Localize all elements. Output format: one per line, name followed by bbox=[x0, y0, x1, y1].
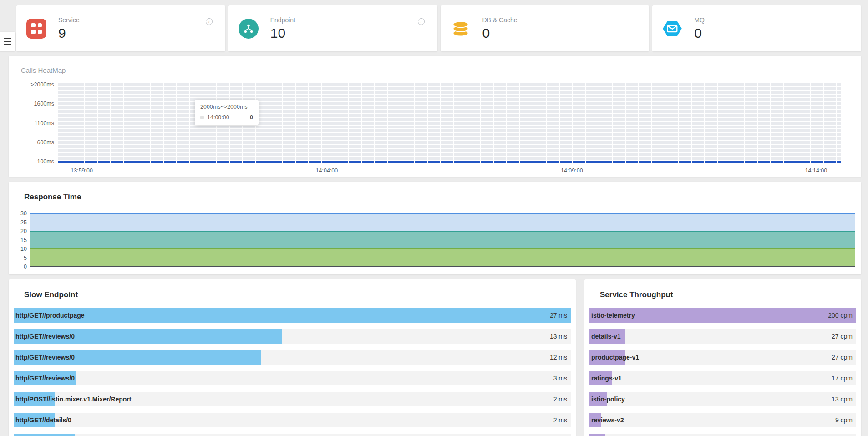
bar-row: http/GET//reviews/013 ms bbox=[14, 329, 571, 344]
bar-value: 12 ms bbox=[550, 354, 567, 361]
heatmap-row[interactable] bbox=[58, 145, 841, 148]
endpoint-share-icon bbox=[239, 19, 259, 39]
heatmap-row[interactable] bbox=[58, 157, 841, 160]
bar-value: 17 cpm bbox=[832, 375, 853, 382]
card-label: MQ bbox=[694, 17, 705, 23]
heatmap-row[interactable] bbox=[58, 126, 841, 129]
response-time-y-tick: 10 bbox=[9, 246, 27, 252]
hamburger-icon bbox=[4, 38, 11, 39]
bar-row: http/POST//istio.mixer.v1.Mixer/Report2 … bbox=[14, 392, 571, 406]
service-throughput-list: istio-telemetry200 cpmdetails-v127 cpmpr… bbox=[589, 308, 856, 436]
heatmap-row[interactable] bbox=[58, 153, 841, 156]
heatmap-row[interactable] bbox=[58, 98, 841, 101]
bar-label: http/GET//details/0 bbox=[15, 416, 71, 424]
card-value: 10 bbox=[270, 26, 295, 40]
heatmap-x-label: 14:14:00 bbox=[805, 167, 827, 174]
card-value: 0 bbox=[694, 26, 705, 40]
response-time-chart[interactable] bbox=[30, 213, 855, 267]
card-endpoint: Endpoint 10 i bbox=[228, 5, 437, 51]
heatmap-y-label: 1100ms bbox=[9, 120, 54, 127]
response-time-panel: Response Time 302520151050 bbox=[9, 182, 861, 274]
response-time-y-tick: 30 bbox=[9, 210, 27, 217]
heatmap-row[interactable] bbox=[58, 83, 841, 86]
heatmap-row[interactable] bbox=[58, 91, 841, 94]
bar-row: ratings-v117 cpm bbox=[589, 371, 856, 385]
heatmap-row[interactable] bbox=[58, 149, 841, 152]
bar-value: 13 cpm bbox=[832, 395, 853, 403]
slow-endpoint-title: Slow Endpoint bbox=[24, 290, 78, 299]
bar-row: details-v127 cpm bbox=[589, 329, 856, 344]
heatmap-x-label: 14:09:00 bbox=[561, 167, 583, 174]
service-throughput-panel: Service Throughput istio-telemetry200 cp… bbox=[584, 279, 861, 436]
heatmap-row[interactable] bbox=[58, 95, 841, 98]
heatmap-row[interactable] bbox=[58, 133, 841, 137]
service-apps-icon bbox=[26, 19, 46, 39]
card-mq: MQ 0 bbox=[652, 5, 861, 51]
response-time-y-tick: 0 bbox=[9, 264, 27, 270]
bar-value: 27 cpm bbox=[832, 354, 853, 361]
tooltip-title: 2000ms~>2000ms bbox=[200, 104, 253, 110]
card-label: Endpoint bbox=[270, 17, 295, 23]
heatmap-y-label: 1600ms bbox=[9, 101, 54, 107]
bar-label: http/GET//reviews/0 bbox=[15, 375, 75, 382]
heatmap-row[interactable] bbox=[58, 118, 841, 121]
card-db-cache: DB & Cache 0 bbox=[441, 5, 650, 51]
response-time-y-tick: 25 bbox=[9, 219, 27, 226]
heatmap-row[interactable] bbox=[58, 110, 841, 113]
heatmap-row[interactable] bbox=[58, 129, 841, 132]
bar-label: productpage-v1 bbox=[591, 354, 639, 361]
card-label: DB & Cache bbox=[482, 17, 518, 23]
bar-value: 200 cpm bbox=[828, 312, 853, 319]
bar-label: istio-policy bbox=[591, 395, 625, 403]
bar-row: http/GET//details/02 ms bbox=[14, 413, 571, 427]
bar-value: 27 ms bbox=[550, 312, 567, 319]
heatmap-grid[interactable] bbox=[58, 83, 841, 163]
heatmap-row[interactable] bbox=[58, 106, 841, 109]
heatmap-row[interactable] bbox=[58, 137, 841, 140]
tooltip-marker bbox=[200, 116, 204, 119]
slow-endpoint-list: http/GET//productpage27 mshttp/GET//revi… bbox=[14, 308, 571, 436]
bar-row-partial bbox=[589, 434, 856, 436]
bar-value: 13 ms bbox=[550, 333, 567, 340]
info-icon[interactable]: i bbox=[418, 18, 425, 25]
heatmap-y-label: >2000ms bbox=[9, 81, 54, 88]
response-time-y-tick: 15 bbox=[9, 237, 27, 243]
area-band-top bbox=[30, 213, 855, 231]
card-service: Service 9 i bbox=[16, 5, 225, 51]
bar-label: http/GET//reviews/0 bbox=[15, 354, 75, 361]
bar-value: 27 cpm bbox=[832, 333, 853, 340]
bar-fill bbox=[14, 308, 571, 323]
heatmap-x-label: 13:59:00 bbox=[71, 167, 93, 174]
bar-label: reviews-v2 bbox=[591, 416, 624, 424]
heatmap-row-active[interactable] bbox=[58, 161, 841, 164]
heatmap-row[interactable] bbox=[58, 114, 841, 117]
card-value: 9 bbox=[58, 26, 80, 40]
bar-row: istio-telemetry200 cpm bbox=[589, 308, 856, 323]
info-icon[interactable]: i bbox=[206, 18, 213, 25]
heatmap-row[interactable] bbox=[58, 122, 841, 125]
menu-toggle-button[interactable] bbox=[0, 32, 15, 51]
calls-heatmap-panel: Calls HeatMap >2000ms1600ms1100ms600ms10… bbox=[9, 56, 861, 177]
response-time-y-tick: 20 bbox=[9, 228, 27, 234]
bar-label: ratings-v1 bbox=[591, 375, 622, 382]
bar-label: istio-telemetry bbox=[591, 312, 635, 319]
bar-row: http/GET//productpage27 ms bbox=[14, 308, 571, 323]
card-value: 0 bbox=[482, 26, 518, 40]
bar-value: 2 ms bbox=[553, 416, 567, 424]
bar-label: http/GET//reviews/0 bbox=[15, 333, 75, 340]
mq-hexagon-icon bbox=[662, 19, 682, 39]
heatmap-row[interactable] bbox=[58, 87, 841, 90]
bar-label: http/GET//productpage bbox=[15, 312, 85, 319]
bar-row: reviews-v29 cpm bbox=[589, 413, 856, 427]
card-label: Service bbox=[58, 17, 80, 23]
bar-value: 9 cpm bbox=[835, 416, 853, 424]
heatmap-x-axis: 13:59:0014:04:0014:09:0014:14:00 bbox=[58, 167, 841, 176]
bar-row: http/GET//reviews/03 ms bbox=[14, 371, 571, 385]
area-band-bottom bbox=[30, 248, 855, 266]
heatmap-x-label: 14:04:00 bbox=[316, 167, 338, 174]
heatmap-tooltip: 2000ms~>2000ms 14:00:00 0 bbox=[195, 100, 259, 125]
heatmap-row[interactable] bbox=[58, 141, 841, 144]
bar-row: productpage-v127 cpm bbox=[589, 350, 856, 365]
heatmap-row[interactable] bbox=[58, 102, 841, 106]
response-time-title: Response Time bbox=[24, 193, 81, 202]
